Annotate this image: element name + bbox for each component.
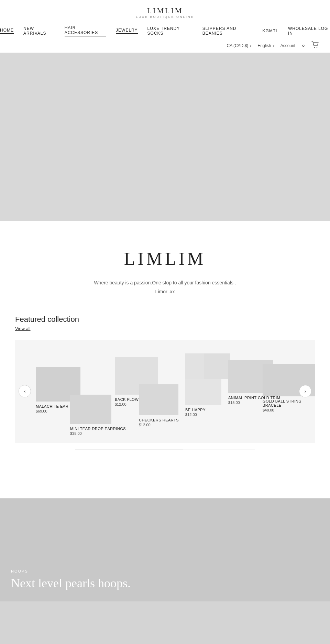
product-price: $38.00 (70, 431, 126, 436)
carousel-progress-fill (75, 450, 183, 450)
currency-label: CA (CAD $) (227, 43, 249, 48)
brand-sign: Limor .xx (14, 289, 316, 294)
category-title: Next level pearls hoops. (11, 576, 131, 590)
category-label: HOOPS (11, 569, 131, 573)
product-price: $12.00 (139, 423, 179, 427)
product-price: $12.00 (185, 413, 221, 417)
nav-hair-accessories[interactable]: HAIR ACCESSORIES (65, 25, 106, 36)
product-carousel: ‹ MALACHITE EAR CUFF $69.00 MINI TEAR DR… (15, 340, 315, 450)
product-image (139, 384, 178, 415)
product-price: $48.00 (263, 408, 315, 412)
nav-kgmtl[interactable]: KGMTL (263, 29, 278, 33)
list-item: CHECKERS HEARTS $12.00 (139, 384, 179, 427)
category-banner-hoops[interactable]: HOOPS Next level pearls hoops. (0, 498, 330, 601)
products-display: ‹ MALACHITE EAR CUFF $69.00 MINI TEAR DR… (15, 340, 315, 443)
product-image (185, 379, 221, 405)
category-banner-text: HOOPS Next level pearls hoops. (11, 569, 131, 590)
carousel-progress (75, 450, 255, 450)
svg-point-0 (314, 47, 315, 47)
svg-point-1 (317, 47, 317, 47)
product-name: GOLD BALL STRING BRACELE (263, 399, 315, 407)
featured-section: Featured collection View all ‹ MALACHITE… (0, 315, 330, 471)
language-label: English (257, 43, 271, 48)
main-nav: HOME NEW ARRIVALS HAIR ACCESSORIES JEWEL… (0, 22, 330, 39)
brand-tagline: Where beauty is a passion.One stop to al… (14, 280, 316, 285)
currency-selector[interactable]: CA (CAD $) ∨ (227, 43, 252, 48)
featured-header: Featured collection View all (15, 315, 315, 331)
featured-title: Featured collection (15, 315, 315, 324)
category-banner-2[interactable] (0, 601, 330, 644)
list-item: BE HAPPY $12.00 (185, 379, 221, 417)
logo-subtitle: LUXE BOUTIQUE ONLINE (136, 15, 194, 19)
cart-icon (311, 41, 319, 50)
brand-name: LIMLIM (14, 249, 316, 269)
site-header: LIMLIM LUXE BOUTIQUE ONLINE HOME NEW ARR… (0, 0, 330, 53)
nav-luxe-trendy-socks[interactable]: LUXE TRENDY SOCKS (147, 26, 193, 36)
nav-slippers-beanies[interactable]: SLIPPERS AND BEANIES (202, 26, 253, 36)
search-icon: ⚬ (301, 42, 306, 49)
top-bar: CA (CAD $) ∨ English ∨ Account ⚬ (0, 39, 330, 53)
search-button[interactable]: ⚬ (301, 42, 306, 49)
logo-title: LIMLIM (136, 6, 194, 15)
account-link[interactable]: Account (280, 43, 295, 48)
product-image (70, 395, 111, 424)
language-selector[interactable]: English ∨ (257, 43, 275, 48)
product-name: CHECKERS HEARTS (139, 418, 179, 422)
hero-banner (0, 53, 330, 221)
nav-home[interactable]: HOME (0, 28, 14, 34)
currency-chevron: ∨ (250, 44, 252, 47)
products-grid: MALACHITE EAR CUFF $69.00 MINI TEAR DROP… (36, 350, 294, 432)
spacer (0, 471, 330, 498)
view-all-link[interactable]: View all (15, 326, 31, 331)
nav-wholesale-login[interactable]: WHOLESALE LOG IN (288, 26, 330, 36)
product-image (204, 353, 230, 379)
nav-jewelry[interactable]: JEWELRY (116, 28, 138, 34)
product-name: MINI TEAR DROP EARRINGS (70, 427, 126, 431)
carousel-prev-button[interactable]: ‹ (19, 385, 31, 397)
product-name: BE HAPPY (185, 408, 221, 412)
cart-button[interactable] (311, 41, 319, 50)
language-chevron: ∨ (273, 44, 275, 47)
account-label: Account (280, 43, 295, 48)
carousel-next-button[interactable]: › (299, 385, 311, 397)
nav-new-arrivals[interactable]: NEW ARRIVALS (23, 26, 55, 36)
logo[interactable]: LIMLIM LUXE BOUTIQUE ONLINE (136, 6, 194, 19)
brand-section: LIMLIM Where beauty is a passion.One sto… (0, 221, 330, 315)
